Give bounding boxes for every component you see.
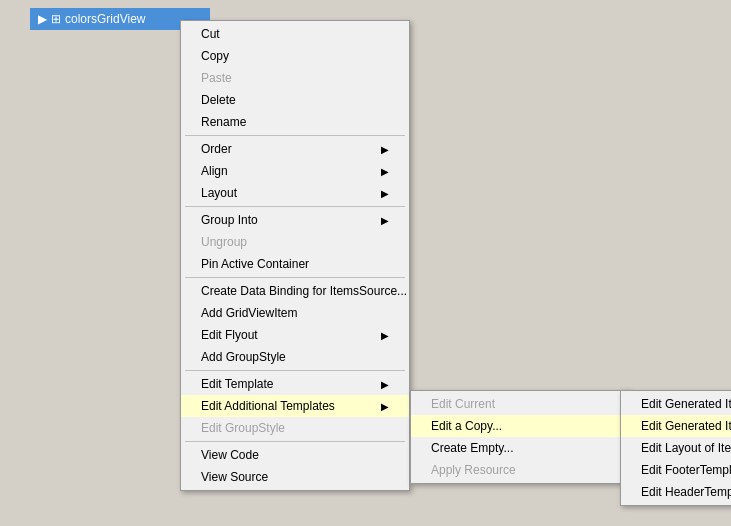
submenu-arrow: ▶ <box>381 188 389 199</box>
menu-item-viewsource[interactable]: View Source <box>181 466 409 488</box>
menu-item-rename[interactable]: Rename <box>181 111 409 133</box>
separator-5 <box>185 441 405 442</box>
menu-item-copy[interactable]: Copy <box>181 45 409 67</box>
menu-item-cut[interactable]: Cut <box>181 23 409 45</box>
menu-item-databinding[interactable]: Create Data Binding for ItemsSource... <box>181 280 409 302</box>
menu-item-editflyout[interactable]: Edit Flyout ▶ <box>181 324 409 346</box>
menu-item-ungroup: Ungroup <box>181 231 409 253</box>
separator-3 <box>185 277 405 278</box>
menu-item-editfootertemplate[interactable]: Edit FooterTemplate <box>621 459 731 481</box>
submenu-arrow: ▶ <box>381 215 389 226</box>
submenu-arrow: ▶ <box>381 401 389 412</box>
menu-item-applyresource: Apply Resource <box>411 459 629 481</box>
menu-item-createempty[interactable]: Create Empty... <box>411 437 629 459</box>
tertiary-context-menu: Edit Generated Items (ItemTemplate) ▶ Ed… <box>620 390 731 506</box>
menu-item-layout[interactable]: Layout ▶ <box>181 182 409 204</box>
menu-item-editadditional[interactable]: Edit Additional Templates ▶ <box>181 395 409 417</box>
menu-item-addgridview[interactable]: Add GridViewItem <box>181 302 409 324</box>
primary-context-menu: Cut Copy Paste Delete Rename Order ▶ Ali… <box>180 20 410 491</box>
menu-item-editlayout[interactable]: Edit Layout of Items (ItemsPanel) ▶ <box>621 437 731 459</box>
menu-item-editcurrent: Edit Current <box>411 393 629 415</box>
submenu-arrow: ▶ <box>381 379 389 390</box>
menu-item-edittemplate[interactable]: Edit Template ▶ <box>181 373 409 395</box>
menu-item-groupinto[interactable]: Group Into ▶ <box>181 209 409 231</box>
menu-item-editcontainer[interactable]: Edit Generated Item Container (ItemConta… <box>621 415 731 437</box>
expand-icon: ▶ <box>38 12 47 26</box>
menu-item-delete[interactable]: Delete <box>181 89 409 111</box>
secondary-context-menu: Edit Current Edit a Copy... Create Empty… <box>410 390 630 484</box>
grid-icon: ⊞ <box>51 12 61 26</box>
menu-item-align[interactable]: Align ▶ <box>181 160 409 182</box>
menu-item-order[interactable]: Order ▶ <box>181 138 409 160</box>
submenu-arrow: ▶ <box>381 166 389 177</box>
menu-item-editacopy[interactable]: Edit a Copy... <box>411 415 629 437</box>
submenu-arrow: ▶ <box>381 330 389 341</box>
menu-item-viewcode[interactable]: View Code <box>181 444 409 466</box>
title-label: colorsGridView <box>65 12 145 26</box>
separator-4 <box>185 370 405 371</box>
submenu-arrow: ▶ <box>381 144 389 155</box>
separator-2 <box>185 206 405 207</box>
menu-item-paste: Paste <box>181 67 409 89</box>
menu-item-editgroupstyle: Edit GroupStyle <box>181 417 409 439</box>
menu-item-editheadertemplate[interactable]: Edit HeaderTemplate <box>621 481 731 503</box>
separator-1 <box>185 135 405 136</box>
menu-item-pinactive[interactable]: Pin Active Container <box>181 253 409 275</box>
menu-item-editgenerated[interactable]: Edit Generated Items (ItemTemplate) ▶ <box>621 393 731 415</box>
menu-item-addgroupstyle[interactable]: Add GroupStyle <box>181 346 409 368</box>
